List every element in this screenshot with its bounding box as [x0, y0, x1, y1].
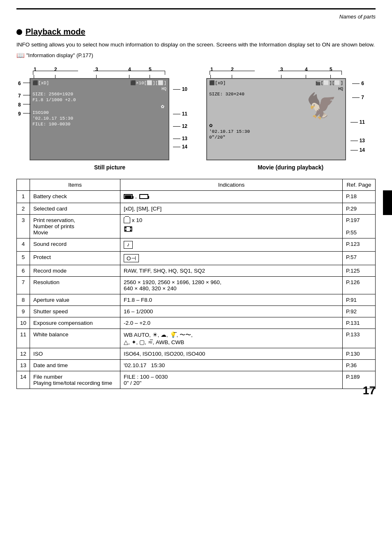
movie-wb-icon: ✿: [207, 122, 345, 129]
col-header-indications: Indications: [120, 179, 343, 191]
still-datetime: '02.10.17 15:30: [30, 116, 168, 121]
row-num: 9: [17, 305, 30, 317]
row-ref: P.133: [343, 329, 376, 348]
row-ref: P.130: [343, 348, 376, 359]
still-num10: 10: [173, 86, 187, 92]
still-file: FILE: 100-0030: [30, 121, 168, 127]
col-header-items: Items: [30, 179, 120, 191]
movie-svg-icon: [124, 226, 133, 232]
still-row1: ⬛[xD] ⬛×10[⬜][⬜]: [30, 79, 168, 87]
ref-text: "Information display" (P.177): [26, 52, 93, 58]
movie-time: 0"/20": [207, 134, 345, 140]
print-icon: [124, 217, 130, 223]
t5: [150, 75, 150, 78]
row-ref: P.123: [343, 238, 376, 251]
row-item: File numberPlaying time/total recording …: [30, 371, 120, 389]
still-iso: ISO100: [30, 110, 168, 116]
row-item: Resolution: [30, 276, 120, 294]
table-row: 11 White balance WB AUTO, ☀, ☁, 💡̅, 〜〜, …: [17, 329, 376, 348]
still-camera-screen: ⬛[xD] ⬛×10[⬜][⬜] HQ SIZE: 2560×1920 F1.8…: [30, 78, 169, 160]
page-number: 17: [363, 384, 376, 397]
movie-size: SIZE: 320×240: [207, 91, 345, 97]
row-num: 13: [17, 359, 30, 371]
intro-text: INFO setting allows you to select how mu…: [16, 41, 376, 49]
row-num: 6: [17, 265, 30, 276]
still-num14: 14: [173, 144, 187, 150]
row-num: 11: [17, 329, 30, 348]
still-bracket-right: [93, 71, 165, 75]
battery-empty: [139, 194, 148, 199]
still-exposure: F1.8 1/1000 +2.0: [30, 97, 168, 103]
movie-bracket-left: [210, 71, 255, 75]
row-num: 5: [17, 251, 30, 265]
movie-spacer: [207, 97, 345, 122]
row-ref: P.126: [343, 276, 376, 294]
movie-num7: 7: [352, 95, 364, 100]
row-indication: 16 – 1/2000: [120, 305, 343, 317]
bullet-icon: [16, 29, 22, 35]
section-title-block: Playback mode: [16, 27, 376, 37]
table-row: 3 Print reservation,Number of printsMovi…: [17, 214, 376, 238]
movie-icons: 🎬[⬜][⬜]: [315, 80, 343, 86]
col-header-num: [17, 179, 30, 191]
row-indication: '02.10.17 15:30: [120, 359, 343, 371]
row-indication: x 10: [120, 214, 343, 238]
still-num9: 9: [18, 111, 21, 117]
svg-point-4: [130, 229, 131, 231]
row-indication: WB AUTO, ☀, ☁, 💡̅, 〜〜, △, ✦, ▢, ≈̅, AWB,…: [120, 329, 343, 348]
table-row: 9 Shutter speed 16 – 1/2000 P.92: [17, 305, 376, 317]
movie-card-icon: ⬛[xD]: [209, 80, 226, 86]
t4: [129, 75, 129, 78]
print-count: x 10: [132, 217, 143, 223]
still-bracket-left: [33, 71, 78, 75]
still-caption: Still picture: [30, 164, 190, 171]
col-header-ref: Ref. Page: [343, 179, 376, 191]
t2: [55, 75, 55, 78]
still-num12: 12: [173, 123, 187, 129]
still-num7: 7: [18, 93, 21, 99]
info-ref: 📖 "Information display" (P.177): [16, 51, 376, 59]
table-row: 1 Battery check , P.18: [17, 191, 376, 203]
still-card-icon: ⬛[xD]: [32, 80, 49, 86]
info-table: Items Indications Ref. Page 1 Battery ch…: [16, 179, 376, 389]
table-row: 8 Aperture value F1.8 – F8.0 P.91: [17, 294, 376, 305]
movie-diagram-block: 1 2 3 4 5 🦅 ⬛[xD]: [202, 66, 375, 171]
row-num: 2: [17, 203, 30, 214]
t1: [34, 75, 34, 78]
row-num: 7: [17, 276, 30, 294]
movie-hq: HQ: [207, 87, 345, 91]
row-num: 1: [17, 191, 30, 203]
table-row: 6 Record mode RAW, TIFF, SHQ, HQ, SQ1, S…: [17, 265, 376, 276]
still-num6: 6: [18, 81, 21, 86]
row-num: 14: [17, 371, 30, 389]
row-indication: ,: [120, 191, 343, 203]
still-num13: 13: [173, 136, 187, 141]
movie-caption: Movie (during playback): [206, 164, 375, 171]
row-indication: ♪: [120, 238, 343, 251]
still-diagram-block: 1 2 3 4 5 ⬛[xD]: [17, 66, 190, 171]
still-size: SIZE: 2560×1920: [30, 91, 168, 97]
row-item: Record mode: [30, 265, 120, 276]
table-row: 5 Protect O⊣ P.57: [17, 251, 376, 265]
row-item: Sound record: [30, 238, 120, 251]
row-ref: P.91: [343, 294, 376, 305]
row-item: ISO: [30, 348, 120, 359]
print-icon-row: x 10: [124, 217, 339, 223]
row-num: 3: [17, 214, 30, 238]
row-indication: FILE : 100 – 00300" / 20": [120, 371, 343, 389]
still-num11: 11: [173, 111, 187, 117]
svg-point-3: [125, 229, 127, 231]
row-ref: P.131: [343, 317, 376, 329]
still-print-icon: ⬛×10[⬜][⬜]: [130, 80, 166, 86]
row-indication: F1.8 – F8.0: [120, 294, 343, 305]
table-row: 2 Selected card [xD], [SM], [CF] P.29: [17, 203, 376, 214]
row-item: Battery check: [30, 191, 120, 203]
row-num: 12: [17, 348, 30, 359]
row-indication: 2560 × 1920, 2560 × 1696, 1280 × 960,640…: [120, 276, 343, 294]
row-item: Protect: [30, 251, 120, 265]
row-indication: ISO64, ISO100, ISO200, ISO400: [120, 348, 343, 359]
diagrams-row: 1 2 3 4 5 ⬛[xD]: [16, 66, 376, 171]
table-row: 7 Resolution 2560 × 1920, 2560 × 1696, 1…: [17, 276, 376, 294]
row-indication: [xD], [SM], [CF]: [120, 203, 343, 214]
t3: [96, 75, 97, 78]
